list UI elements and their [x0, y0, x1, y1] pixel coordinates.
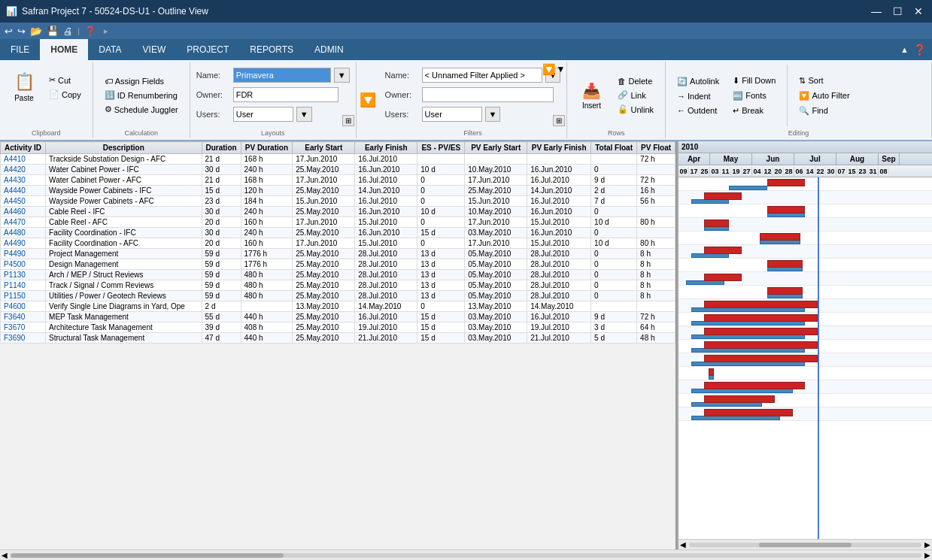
editing-label: Editing	[666, 129, 931, 137]
table-row[interactable]: A4480Facility Coordination - IFC30 d240 …	[1, 228, 675, 238]
gantt-scroll-area[interactable]: ◀ ▶	[679, 539, 932, 549]
find-button[interactable]: 🔍 Find	[794, 104, 855, 117]
delete-button[interactable]: 🗑 Delete	[612, 75, 659, 87]
h-scroll-bar[interactable]: ◀ ▶	[0, 549, 932, 560]
filters-expand-icon[interactable]: ⊞	[553, 115, 565, 126]
table-cell: 480 h	[241, 270, 293, 280]
fill-down-button[interactable]: ⬇ Fill Down	[727, 74, 781, 87]
table-row[interactable]: P4600Verify Single Line Diagrams in Yard…	[1, 301, 675, 312]
outdent-button[interactable]: ← Outdent	[672, 104, 724, 117]
autolink-button[interactable]: 🔄 Autolink	[672, 75, 724, 88]
table-cell: Architecture Task Management	[46, 322, 202, 333]
redo-button[interactable]: ↪	[17, 26, 26, 37]
menu-data[interactable]: DATA	[88, 39, 132, 60]
maximize-button[interactable]: ☐	[890, 5, 905, 17]
table-row[interactable]: P1140Track / Signal / Comm Reviews59 d48…	[1, 280, 675, 291]
save-button[interactable]: 💾	[47, 26, 59, 37]
table-row[interactable]: A4490Facility Coordination - AFC20 d160 …	[1, 238, 675, 249]
table-row[interactable]: A4410Trackside Substation Design - AFC21…	[1, 154, 675, 165]
table-row[interactable]: F3690Structural Task Management47 d440 h…	[1, 333, 675, 344]
layout-name-dropdown[interactable]: ▼	[334, 68, 350, 83]
filter-icon[interactable]: 🔽	[360, 92, 376, 108]
help-button[interactable]: ❓	[84, 26, 96, 37]
scroll-right[interactable]: ▶	[924, 540, 930, 549]
table-row[interactable]: A4430Water Cabinet Power - AFC21 d168 h1…	[1, 175, 675, 186]
table-cell: 25.May.2010	[293, 333, 355, 344]
menu-file[interactable]: FILE	[0, 39, 40, 60]
table-cell: 0	[417, 186, 465, 196]
table-row[interactable]: A4440Wayside Power Cabinets - IFC15 d120…	[1, 186, 675, 196]
table-cell: 80 h	[637, 217, 675, 228]
fonts-button[interactable]: 🔤 Fonts	[727, 89, 781, 102]
filter-users-input[interactable]	[422, 107, 482, 122]
expand-ribbon-button[interactable]: ▲	[900, 45, 909, 54]
table-cell: Facility Coordination - IFC	[46, 228, 202, 238]
table-cell: 25.May.2010	[293, 280, 355, 291]
filter-owner-input[interactable]	[422, 87, 554, 102]
auto-filter-button[interactable]: 🔽 Auto Filter	[794, 89, 855, 102]
table-cell: P4500	[1, 259, 46, 270]
table-cell: 2 d	[202, 301, 241, 312]
table-cell: 03.May.2010	[465, 228, 527, 238]
paste-button[interactable]: 📋 Paste	[6, 65, 42, 110]
layout-users-input[interactable]	[233, 107, 293, 122]
minimize-button[interactable]: —	[869, 5, 884, 17]
cut-button[interactable]: ✂ Cut	[44, 74, 87, 86]
unlink-button[interactable]: 🔓 Unlink	[612, 103, 659, 116]
layout-name-input[interactable]	[233, 68, 331, 83]
table-row[interactable]: A4470Cable Reel - AFC20 d160 h17.Jun.201…	[1, 217, 675, 228]
layout-users-dropdown[interactable]: ▼	[296, 107, 312, 122]
id-renumbering-button[interactable]: 🔢 ID Renumbering	[99, 89, 184, 101]
menu-admin[interactable]: ADMIN	[304, 39, 354, 60]
layout-owner-input[interactable]	[233, 87, 338, 102]
filter-users-label: Users:	[385, 110, 419, 119]
gantt-bar-row	[679, 286, 932, 299]
sort-button[interactable]: ⇅ Sort	[794, 74, 855, 87]
table-cell: P4490	[1, 249, 46, 259]
table-row[interactable]: F3640MEP Task Management55 d440 h25.May.…	[1, 312, 675, 322]
table-row[interactable]: F3670Architecture Task Management39 d408…	[1, 322, 675, 333]
table-row[interactable]: P1130Arch / MEP / Struct Reviews59 d480 …	[1, 270, 675, 280]
layouts-expand-icon[interactable]: ⊞	[342, 115, 354, 126]
help-icon[interactable]: ❓	[913, 44, 926, 56]
h-scroll-right[interactable]: ▶	[924, 551, 930, 559]
menu-home[interactable]: HOME	[40, 39, 88, 60]
schedule-juggler-button[interactable]: ⚙ Schedule Juggler	[99, 103, 184, 116]
table-row[interactable]: A4450Wayside Power Cabinets - AFC23 d184…	[1, 196, 675, 207]
insert-button[interactable]: 📥 Insert	[573, 77, 609, 114]
table-row[interactable]: P4500Design Management59 d1776 h25.May.2…	[1, 259, 675, 270]
filter-users-dropdown[interactable]: ▼	[485, 107, 501, 122]
table-cell: 16.Jun.2010	[527, 228, 591, 238]
menu-reports[interactable]: REPORTS	[239, 39, 304, 60]
table-cell: 168 h	[241, 154, 293, 165]
undo-button[interactable]: ↩	[5, 26, 13, 37]
indent-button[interactable]: → Indent	[672, 90, 724, 102]
filter-funnel-icon[interactable]: 🔽	[542, 63, 555, 75]
table-cell: 21 d	[202, 154, 241, 165]
print-button[interactable]: 🖨	[63, 26, 73, 37]
table-cell: 0	[417, 217, 465, 228]
gantt-bar-row	[679, 367, 932, 380]
table-row[interactable]: A4420Water Cabinet Power - IFC30 d240 h2…	[1, 165, 675, 175]
table-cell: 15.Jul.2010	[527, 238, 591, 249]
table-cell: 03.May.2010	[465, 333, 527, 344]
link-button[interactable]: 🔗 Link	[612, 89, 659, 101]
menu-project[interactable]: PROJECT	[176, 39, 239, 60]
table-cell: 0	[417, 301, 465, 312]
copy-button[interactable]: 📄 Copy	[44, 88, 87, 101]
table-row[interactable]: P4490Project Management59 d1776 h25.May.…	[1, 249, 675, 259]
menu-view[interactable]: VIEW	[132, 39, 177, 60]
table-row[interactable]: P1150Utilities / Power / Geotech Reviews…	[1, 291, 675, 301]
open-button[interactable]: 📂	[30, 26, 42, 37]
filter-options-icon[interactable]: ▼	[557, 64, 566, 74]
table-row[interactable]: A4460Cable Reel - IFC30 d240 h25.May.201…	[1, 207, 675, 217]
table-cell: 0	[591, 291, 637, 301]
table-cell: Trackside Substation Design - AFC	[46, 154, 202, 165]
h-scroll-left[interactable]: ◀	[2, 551, 8, 559]
auto-filter-icon: 🔽	[799, 91, 809, 101]
scroll-left[interactable]: ◀	[680, 540, 686, 549]
filter-name-input[interactable]	[422, 68, 542, 83]
break-button[interactable]: ↵ Break	[727, 104, 781, 117]
assign-fields-button[interactable]: 🏷 Assign Fields	[99, 75, 184, 87]
close-button[interactable]: ✕	[911, 5, 926, 17]
